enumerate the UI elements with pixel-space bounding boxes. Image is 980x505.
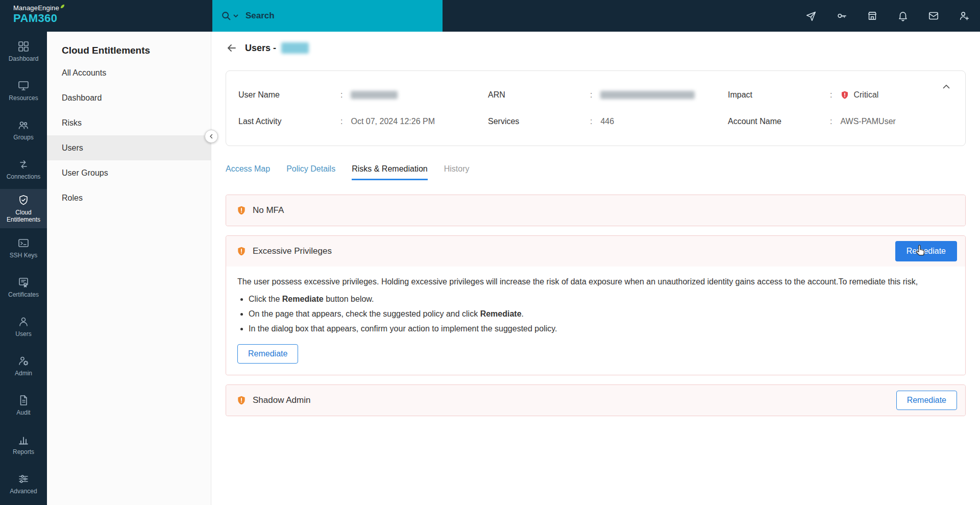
add-user-icon[interactable]	[959, 10, 970, 21]
sidebar-item-cloud-entitlements[interactable]: Cloud Entitlements	[0, 189, 47, 228]
remediation-step: Click the Remediate button below.	[249, 295, 953, 304]
risk-header-excessive-privileges[interactable]: Excessive Privileges Remediate	[226, 236, 965, 267]
subsidebar-item-label: Dashboard	[62, 93, 102, 103]
risk-card-no-mfa: No MFA	[226, 195, 966, 226]
brand-logo[interactable]: ManageEngine PAM360	[13, 4, 65, 25]
connections-icon	[17, 158, 30, 171]
sidebar-item-admin[interactable]: Admin	[0, 346, 47, 386]
detail-tabs: Access Map Policy Details Risks & Remedi…	[226, 164, 966, 180]
advanced-icon	[17, 473, 30, 485]
sidebar-item-users[interactable]: Users	[0, 307, 47, 346]
page-title: Users -	[245, 43, 276, 54]
risk-shield-icon	[236, 395, 247, 406]
global-search	[212, 0, 443, 32]
subsidebar-item-label: Users	[62, 143, 83, 153]
admin-icon	[17, 355, 30, 367]
redacted-value	[600, 91, 695, 99]
main-sidebar: Dashboard Resources Groups Connections C…	[0, 32, 47, 505]
field-user-name: User Name :	[238, 88, 488, 102]
field-label: ARN	[488, 90, 590, 100]
subsidebar-item-dashboard[interactable]: Dashboard	[47, 85, 211, 110]
sidebar-label: Users	[14, 331, 33, 338]
access-key-icon[interactable]	[836, 10, 847, 21]
ssh-keys-icon	[17, 237, 30, 249]
launch-icon[interactable]	[805, 10, 817, 21]
brand-manageengine: ManageEngine	[13, 4, 59, 12]
field-services: Services : 446	[488, 115, 728, 128]
topbar: ManageEngine PAM360	[0, 0, 980, 32]
risk-card-shadow-admin: Shadow Admin Remediate	[226, 384, 966, 416]
store-icon[interactable]	[867, 10, 878, 21]
sidebar-item-dashboard[interactable]: Dashboard	[0, 32, 47, 71]
sidebar-label: Admin	[13, 370, 34, 377]
collapse-card-button[interactable]	[941, 81, 952, 92]
field-label: Services	[488, 117, 590, 126]
sidebar-item-certificates[interactable]: Certificates	[0, 268, 47, 307]
subsidebar-item-roles[interactable]: Roles	[47, 185, 211, 210]
users-icon	[17, 316, 30, 328]
sidebar-item-advanced[interactable]: Advanced	[0, 464, 47, 503]
audit-icon	[17, 394, 30, 406]
search-input[interactable]	[244, 10, 408, 21]
back-button[interactable]	[226, 42, 238, 54]
leaf-icon	[60, 4, 65, 9]
account-name-value: AWS-PAMUser	[840, 117, 895, 126]
sidebar-label: Connections	[5, 174, 42, 181]
field-last-activity: Last Activity : Oct 07, 2024 12:26 PM	[238, 115, 488, 128]
risk-title: Excessive Privileges	[253, 246, 332, 256]
dashboard-icon	[17, 40, 30, 53]
field-impact: Impact : Critical	[728, 88, 953, 102]
services-value: 446	[600, 117, 614, 126]
redacted-user-name	[281, 42, 309, 54]
chevron-left-icon	[208, 133, 214, 139]
subsidebar-item-user-groups[interactable]: User Groups	[47, 160, 211, 185]
notifications-icon[interactable]	[897, 10, 909, 21]
tab-history[interactable]: History	[444, 164, 470, 180]
sidebar-item-ssh-keys[interactable]: SSH Keys	[0, 228, 47, 268]
subsidebar-item-risks[interactable]: Risks	[47, 110, 211, 135]
risk-description: The user possess excessive privileges. H…	[237, 276, 953, 287]
subsidebar-item-label: Roles	[62, 194, 83, 203]
tab-policy-details[interactable]: Policy Details	[286, 164, 335, 180]
groups-icon	[17, 119, 30, 131]
remediation-steps: Click the Remediate button below. On the…	[249, 295, 953, 333]
cloud-entitlements-sidebar: Cloud Entitlements All Accounts Dashboar…	[47, 32, 211, 505]
tab-risks-remediation[interactable]: Risks & Remediation	[352, 164, 428, 180]
sidebar-label: Certificates	[7, 292, 40, 299]
remediate-button-shadow-admin[interactable]: Remediate	[896, 391, 957, 410]
risk-card-excessive-privileges: Excessive Privileges Remediate The user …	[226, 235, 966, 375]
risk-shield-icon	[236, 205, 247, 216]
risk-header-shadow-admin[interactable]: Shadow Admin Remediate	[226, 385, 965, 416]
subsidebar-item-users[interactable]: Users	[47, 135, 211, 160]
sidebar-item-reports[interactable]: Reports	[0, 425, 47, 464]
remediate-button-inline[interactable]: Remediate	[237, 344, 298, 364]
chevron-up-icon	[941, 81, 952, 92]
resources-icon	[17, 80, 30, 92]
tab-access-map[interactable]: Access Map	[226, 164, 270, 180]
impact-value: Critical	[853, 90, 878, 100]
main-content: Users - User Name : ARN :	[211, 32, 980, 505]
sidebar-item-connections[interactable]: Connections	[0, 150, 47, 189]
risk-list: No MFA Excessive Privileges Remediate Th…	[226, 195, 966, 416]
critical-shield-icon	[840, 90, 849, 100]
topbar-actions	[805, 0, 980, 32]
risk-header-no-mfa[interactable]: No MFA	[226, 195, 965, 226]
chevron-down-icon	[233, 14, 238, 18]
remediate-button-primary[interactable]: Remediate	[895, 241, 957, 261]
field-label: Impact	[728, 90, 830, 100]
cloud-entitlements-icon	[17, 194, 30, 206]
search-icon[interactable]	[220, 10, 238, 21]
sidebar-collapse-handle[interactable]	[205, 130, 218, 143]
pam360-app: ManageEngine PAM360	[0, 0, 980, 505]
sidebar-item-audit[interactable]: Audit	[0, 386, 47, 425]
subsidebar-item-label: User Groups	[62, 169, 108, 178]
sidebar-label: Dashboard	[7, 56, 40, 63]
field-label: Account Name	[728, 117, 830, 126]
sidebar-item-resources[interactable]: Resources	[0, 71, 47, 110]
messages-icon[interactable]	[928, 10, 939, 21]
remediation-step: On the page that appears, check the sugg…	[249, 309, 953, 319]
subsidebar-item-all-accounts[interactable]: All Accounts	[47, 60, 211, 85]
sidebar-item-groups[interactable]: Groups	[0, 110, 47, 150]
brand-pam360: PAM360	[13, 12, 65, 25]
sidebar-label: SSH Keys	[8, 252, 39, 259]
